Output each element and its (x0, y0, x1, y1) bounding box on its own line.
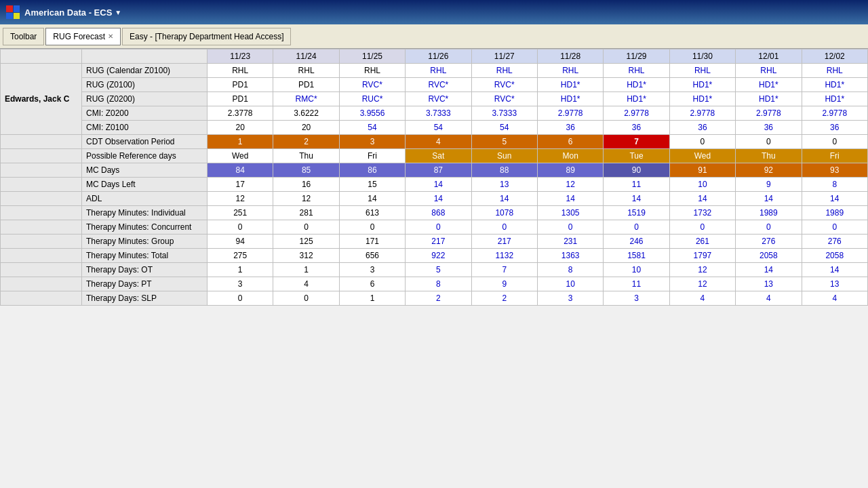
cell: 1 (273, 263, 339, 277)
cell: 2058 (802, 249, 867, 263)
table-row: Therapy Minutes: Group 94 125 171 217 21… (1, 235, 868, 249)
cell: 36 (669, 121, 735, 135)
cell: RVC* (471, 92, 537, 106)
cell: 7 (471, 263, 537, 277)
cell: Mon (537, 149, 603, 163)
cell: 36 (537, 121, 603, 135)
cell: 0 (736, 220, 802, 235)
cell: 2.9778 (604, 106, 669, 121)
rug-forecast-close-icon[interactable]: ✕ (108, 33, 113, 40)
cell: 3 (339, 135, 405, 149)
table-row: MC Days 84 85 86 87 88 89 90 91 92 93 (1, 163, 868, 178)
app-title: American Data - ECS (24, 7, 112, 18)
cell: 0 (471, 220, 537, 235)
app-dropdown-arrow[interactable]: ▼ (115, 9, 121, 16)
cell: HD1* (669, 78, 735, 92)
cell: 87 (406, 163, 471, 178)
cell: 0 (669, 220, 735, 235)
row-label-therapy-total: Therapy Minutes: Total (82, 249, 208, 263)
cell: 12 (669, 263, 735, 277)
patient-cell-empty (1, 163, 82, 178)
cell: HD1* (736, 78, 802, 92)
cell: 3 (339, 263, 405, 277)
patient-cell-empty (1, 235, 82, 249)
cell: 3.6222 (273, 106, 339, 121)
patient-cell-empty (1, 178, 82, 192)
table-row: CMI: Z0100 20 20 54 54 54 36 36 36 36 36 (1, 121, 868, 135)
cell: 0 (604, 220, 669, 235)
date-header-1130: 11/30 (669, 49, 735, 64)
patient-name-cell: Edwards, Jack C (1, 64, 82, 135)
cell: 8 (406, 277, 471, 291)
cell: RVC* (471, 78, 537, 92)
cell: 13 (802, 277, 867, 291)
patient-cell-empty (1, 206, 82, 220)
cell: Sun (471, 149, 537, 163)
cell: 11 (604, 178, 669, 192)
cell: 36 (736, 121, 802, 135)
row-label-cmi-z0100: CMI: Z0100 (82, 121, 208, 135)
patient-cell-empty (1, 263, 82, 277)
cell: 0 (802, 220, 867, 235)
cell: 4 (273, 277, 339, 291)
cell: 1305 (537, 206, 603, 220)
row-label-therapy-ot: Therapy Days: OT (82, 263, 208, 277)
cell: 1732 (669, 206, 735, 220)
cell: 4 (736, 291, 802, 306)
cell: 14 (537, 192, 603, 206)
cell: 89 (537, 163, 603, 178)
rug-forecast-tab[interactable]: RUG Forecast ✕ (45, 28, 121, 45)
cell: 0 (208, 220, 273, 235)
cell: 231 (537, 235, 603, 249)
cell: 3.9556 (339, 106, 405, 121)
cell: 276 (736, 235, 802, 249)
cell: 13 (471, 178, 537, 192)
cell: 613 (339, 206, 405, 220)
cell: 261 (669, 235, 735, 249)
cell: 0 (339, 220, 405, 235)
cell: 14 (406, 178, 471, 192)
cell: RHL (339, 64, 405, 78)
easy-access-button[interactable]: Easy - [Therapy Department Head Access] (122, 28, 291, 45)
cell: 85 (273, 163, 339, 178)
cell: Thu (736, 149, 802, 163)
cell: HD1* (802, 92, 867, 106)
row-label-ref-days: Possible Reference days (82, 149, 208, 163)
table-row: Therapy Minutes: Individual 251 281 613 … (1, 206, 868, 220)
table-row: CMI: Z0200 2.3778 3.6222 3.9556 3.7333 3… (1, 106, 868, 121)
cell: RHL (669, 64, 735, 78)
cell: HD1* (537, 92, 603, 106)
cell: 3.7333 (406, 106, 471, 121)
cell: 92 (736, 163, 802, 178)
cell: 922 (406, 249, 471, 263)
cell: Wed (208, 149, 273, 163)
cell: 2.9778 (802, 106, 867, 121)
patient-cell-empty (1, 149, 82, 163)
cell: 4 (669, 291, 735, 306)
cell: 1 (339, 291, 405, 306)
toolbar-button[interactable]: Toolbar (3, 28, 44, 45)
cell: PD1 (273, 78, 339, 92)
cell: 251 (208, 206, 273, 220)
cell: RHL (471, 64, 537, 78)
cell: 1363 (537, 249, 603, 263)
row-label-cdt: CDT Observation Period (82, 135, 208, 149)
cell: 5 (406, 263, 471, 277)
cell: 3 (208, 277, 273, 291)
cell: 276 (802, 235, 867, 249)
cell: RHL (802, 64, 867, 78)
row-label-therapy-ind: Therapy Minutes: Individual (82, 206, 208, 220)
easy-access-label: Easy - [Therapy Department Head Access] (130, 32, 283, 41)
cell: 54 (471, 121, 537, 135)
cell: 10 (537, 277, 603, 291)
cell: 0 (208, 291, 273, 306)
cell: 20 (208, 121, 273, 135)
table-row: Therapy Days: SLP 0 0 1 2 2 3 3 4 4 4 (1, 291, 868, 306)
cell: 0 (406, 220, 471, 235)
table-row: Possible Reference days Wed Thu Fri Sat … (1, 149, 868, 163)
rug-forecast-table: 11/23 11/24 11/25 11/26 11/27 11/28 11/2… (0, 49, 868, 306)
cell: 12 (208, 192, 273, 206)
cell: 91 (669, 163, 735, 178)
cell: 1519 (604, 206, 669, 220)
row-label-adl: ADL (82, 192, 208, 206)
